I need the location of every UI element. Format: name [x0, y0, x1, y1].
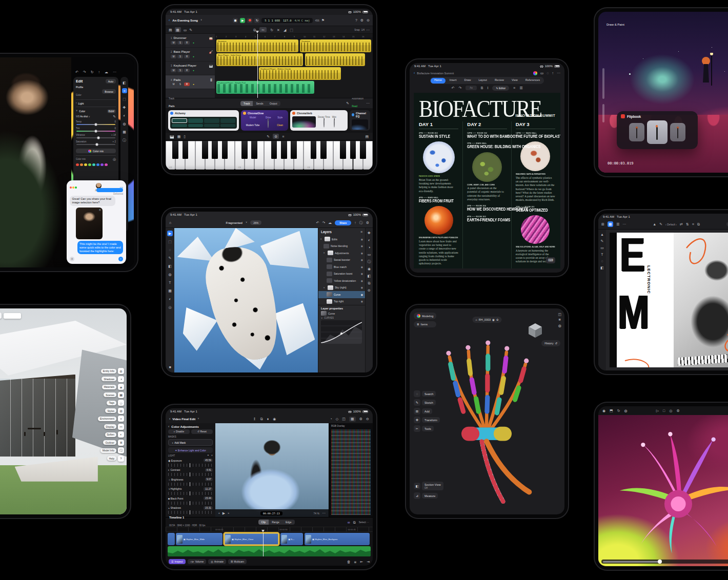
tab-draw[interactable]: Draw — [461, 78, 475, 84]
history-icon[interactable]: ↻ — [91, 70, 94, 74]
panel-button[interactable]: Scenes▦ — [98, 392, 124, 398]
node-tool-icon[interactable]: ✎ — [659, 222, 662, 226]
layer-row[interactable]: ▾Adjustments◉ — [318, 250, 365, 257]
modeling-button[interactable]: Modeling — [414, 313, 436, 319]
brush-tool-icon[interactable]: ◌ — [601, 259, 603, 263]
home-icon[interactable]: ⌂ — [476, 318, 477, 321]
wet-knob[interactable] — [334, 118, 335, 128]
info-icon[interactable]: ⓘ — [368, 260, 371, 263]
brush-size-slider[interactable] — [602, 68, 604, 99]
eye-icon[interactable]: ◉ — [361, 244, 363, 247]
flipbook-frame-current[interactable] — [647, 120, 668, 144]
layer-row[interactable]: ▾Sky (right)◉ — [318, 284, 365, 292]
trim-right-icon[interactable]: ⇥ — [367, 560, 370, 564]
plugin-channel-eq[interactable]: Channel EQ — [350, 110, 370, 131]
back-icon[interactable]: ‹ — [169, 18, 170, 22]
more-icon[interactable]: ⋯ — [366, 101, 370, 105]
timeline-playhead[interactable] — [263, 533, 264, 556]
minimize-icon[interactable]: ⊖ — [367, 18, 370, 22]
piano-key[interactable] — [251, 141, 257, 159]
track-header-bass[interactable]: 2Bass Player 🎸 MSR● — [166, 48, 215, 61]
document-pill[interactable]: ⌂RH_0003◉⊖ — [473, 314, 502, 323]
info-icon[interactable]: ⓘ — [122, 137, 127, 142]
shadows-icon[interactable]: ◑ — [118, 376, 124, 382]
render-viewport[interactable] — [598, 415, 728, 566]
piano-key[interactable] — [311, 141, 317, 159]
vibrance-slider[interactable] — [76, 137, 115, 138]
fill-tool-icon[interactable]: ◧ — [600, 266, 604, 270]
slider-exposure[interactable]: ◉ Exposure45.59 — [168, 459, 213, 467]
disable-button[interactable]: ◐ Disable — [168, 429, 190, 434]
message-photo-attachment[interactable]: ✕ — [76, 208, 103, 239]
track-header-pads[interactable]: 4Pads 🎛 MSR● — [166, 75, 215, 89]
more-icon[interactable]: ⋯ — [622, 222, 626, 226]
trash-icon[interactable]: 🗑 — [347, 560, 351, 564]
visibility-icon[interactable]: ◉ — [368, 267, 371, 271]
entity-info-icon[interactable]: ⚙ — [118, 368, 124, 374]
minus-icon[interactable]: ⊖ — [496, 318, 499, 321]
bold-icon[interactable]: B — [481, 86, 483, 90]
undo-icon[interactable]: ↶ — [316, 221, 319, 224]
tint-slider[interactable] — [76, 131, 115, 132]
audio-track[interactable] — [168, 546, 371, 556]
export-icon[interactable]: ↑ — [354, 221, 356, 224]
snap-label[interactable]: Snap — [354, 29, 360, 31]
piano-key[interactable] — [320, 141, 327, 159]
region-drummer-2[interactable]: Drummer — [300, 39, 371, 52]
camera-icon[interactable]: ⧉ — [260, 417, 263, 421]
check-icon[interactable]: ◇ — [336, 417, 338, 421]
play-button[interactable]: ▶ — [240, 18, 245, 23]
menu-icon[interactable]: ☰ — [616, 222, 619, 226]
layer-row[interactable]: ▾Edits◉ — [318, 236, 365, 243]
comment-icon[interactable]: ▭ — [368, 253, 371, 256]
slider-contrast[interactable]: ◐ Contrast4.41 — [168, 468, 213, 477]
saturation-slider[interactable] — [76, 144, 115, 145]
bar-ruler[interactable]: 12345678910111213141516 — [215, 34, 373, 38]
more-icon[interactable]: ⋯ — [113, 70, 116, 74]
volume-button[interactable]: ◁⊳ Volume — [188, 559, 207, 564]
share-button[interactable]: Share — [335, 220, 351, 225]
layer-row[interactable]: Sweat booster◉ — [318, 257, 365, 264]
region-bass[interactable]: Bass Player - Indie Drivin — [216, 53, 303, 66]
clip[interactable]: ▣ Skyline_Blue_Backgrou — [305, 533, 370, 545]
mic-icon[interactable]: ♦ — [267, 417, 269, 421]
poster-canvas[interactable]: E LECTRONIC M — [610, 233, 728, 367]
tab-home[interactable]: Home — [431, 78, 446, 84]
fade-icon[interactable]: ◢ — [284, 28, 286, 32]
layer-row[interactable]: Top right◉ — [318, 298, 365, 305]
select-tool-icon[interactable]: ⬚ — [167, 239, 173, 244]
panel-button[interactable]: Soften◐ — [98, 431, 124, 438]
adjustment-icon[interactable]: ◑ — [368, 245, 370, 249]
viewer[interactable]: « ▶ » 00:00:27:13 74 % ⋯ — [215, 423, 329, 517]
keyboard-settings-icon[interactable]: ▤ — [365, 135, 369, 138]
text-tool-icon[interactable]: T — [167, 280, 173, 285]
minimize-icon[interactable]: ⊖ — [366, 417, 369, 421]
settings-icon[interactable]: ⚙ — [360, 18, 363, 22]
record-icon[interactable]: ◉ — [602, 409, 605, 412]
eye-icon[interactable]: ◉ — [361, 272, 363, 275]
move-tool-icon[interactable]: ▶ — [167, 231, 173, 236]
redo-icon[interactable]: ↷ — [458, 86, 461, 90]
chevron-down-icon[interactable]: ∨ — [246, 221, 247, 224]
piano-icon[interactable]: 🎹 — [170, 135, 174, 138]
color-wheel-icon[interactable] — [533, 71, 537, 75]
dismiss-keyboard-button[interactable]: ⌨ — [546, 257, 555, 263]
model-info-icon[interactable]: ⓘ — [118, 447, 124, 453]
settings-icon[interactable]: ⚙ — [676, 409, 679, 412]
pencil-icon[interactable]: ✎ — [189, 28, 192, 32]
move-tool-icon[interactable]: ▲ — [600, 233, 604, 236]
undo-icon[interactable]: ↶ — [452, 86, 455, 90]
eye-icon[interactable]: ◉ — [361, 279, 363, 282]
font-field[interactable]: Aa — [466, 86, 477, 90]
browse-button[interactable]: Browse — [102, 89, 116, 94]
cable-model[interactable] — [415, 324, 558, 513]
viewer-zoom[interactable]: 74 % — [314, 512, 319, 515]
soften-icon[interactable]: ◐ — [118, 431, 124, 438]
skip-back-icon[interactable]: « — [218, 512, 220, 514]
home-icon[interactable]: ⌂ — [169, 221, 171, 224]
delete-icon[interactable]: ⊖ — [368, 288, 371, 292]
styles-icon[interactable]: ◍ — [118, 408, 124, 414]
eye-icon[interactable]: ◉ — [361, 258, 363, 261]
plugin-alchemy[interactable]: Alchemy — [168, 110, 239, 131]
clip[interactable]: ▣ S— — [280, 533, 303, 545]
